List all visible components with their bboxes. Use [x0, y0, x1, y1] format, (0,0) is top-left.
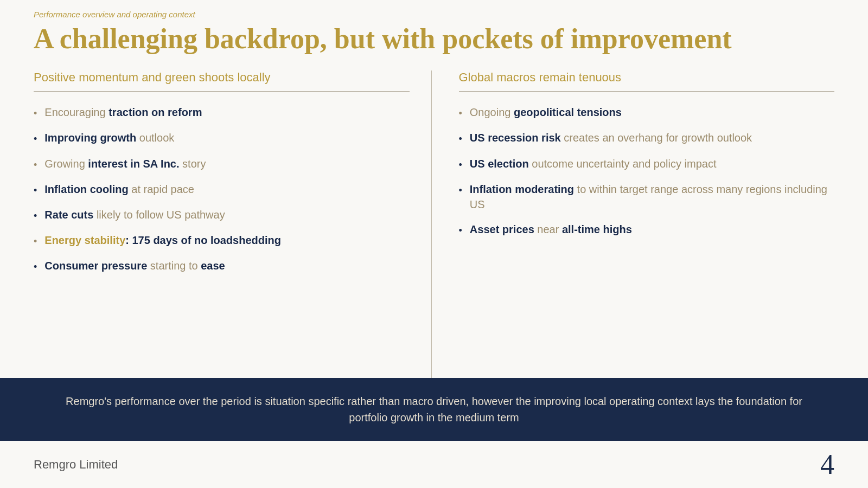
footer-banner: Remgro's performance over the period is …: [0, 378, 868, 441]
list-item: • Encouraging traction on reform: [34, 105, 410, 120]
item-text: Energy stability: 175 days of no loadshe…: [44, 233, 409, 248]
bold-text: Consumer pressure: [44, 260, 147, 272]
list-item: • US election outcome uncertainty and po…: [459, 156, 835, 172]
right-divider: [459, 91, 835, 92]
list-item: • Asset prices near all-time highs: [459, 222, 835, 237]
list-item: • Growing interest in SA Inc. story: [34, 156, 410, 172]
bullet-dot: •: [459, 184, 462, 197]
bold-text: interest in SA Inc.: [88, 158, 179, 170]
bold-text: Inflation cooling: [44, 183, 128, 195]
item-text: Rate cuts likely to follow US pathway: [44, 207, 409, 222]
bold-text: Energy stability: [44, 234, 125, 246]
list-item: • Consumer pressure starting to ease: [34, 258, 410, 274]
breadcrumb: Performance overview and operating conte…: [34, 10, 834, 19]
list-item: • US recession risk creates an overhang …: [459, 130, 835, 146]
item-text: Inflation cooling at rapid pace: [44, 182, 409, 197]
item-text: Inflation moderating to within target ra…: [470, 182, 834, 212]
list-item: • Rate cuts likely to follow US pathway: [34, 207, 410, 223]
footer-text: Remgro's performance over the period is …: [66, 395, 802, 423]
bold-text: US recession risk: [470, 132, 561, 144]
bold-text: geopolitical tensions: [514, 106, 622, 118]
item-text: US recession risk creates an overhang fo…: [470, 130, 834, 145]
bullet-dot: •: [34, 132, 37, 146]
item-text: Ongoing geopolitical tensions: [470, 105, 834, 120]
bold-text: : 175 days of no loadshedding: [125, 234, 281, 246]
slide: Performance overview and operating conte…: [0, 0, 868, 488]
content-area: Positive momentum and green shoots local…: [0, 70, 868, 378]
list-item: • Energy stability: 175 days of no loads…: [34, 233, 410, 248]
left-column-header: Positive momentum and green shoots local…: [34, 70, 410, 85]
bullet-dot: •: [34, 235, 37, 248]
bullet-dot: •: [34, 209, 37, 223]
company-brand: Remgro: [34, 458, 76, 471]
right-column: Global macros remain tenuous • Ongoing g…: [432, 70, 835, 378]
left-bullet-list: • Encouraging traction on reform • Impro…: [34, 105, 410, 274]
bullet-dot: •: [34, 158, 37, 172]
page-number: 4: [820, 448, 834, 480]
bold-text: traction on reform: [108, 106, 202, 118]
right-bullet-list: • Ongoing geopolitical tensions • US rec…: [459, 105, 835, 237]
bold-text: Improving growth: [44, 132, 136, 144]
bottom-bar: Remgro Limited 4: [0, 441, 868, 488]
bullet-dot: •: [459, 107, 462, 120]
left-divider: [34, 91, 410, 92]
bold-text: all-time highs: [562, 223, 632, 235]
item-text: Improving growth outlook: [44, 130, 409, 145]
bold-text: Rate cuts: [44, 209, 93, 221]
bullet-dot: •: [34, 107, 37, 120]
main-title: A challenging backdrop, but with pockets…: [34, 23, 834, 54]
list-item: • Inflation moderating to within target …: [459, 182, 835, 212]
top-section: Performance overview and operating conte…: [0, 0, 868, 70]
list-item: • Ongoing geopolitical tensions: [459, 105, 835, 120]
bold-text: Asset prices: [470, 223, 534, 235]
bold-text: Inflation moderating: [470, 183, 574, 195]
company-name: Remgro Limited: [34, 458, 118, 472]
bold-text: US election: [470, 158, 529, 170]
list-item: • Improving growth outlook: [34, 130, 410, 146]
bullet-dot: •: [459, 132, 462, 146]
bullet-dot: •: [34, 184, 37, 197]
item-text: Asset prices near all-time highs: [470, 222, 834, 237]
item-text: Encouraging traction on reform: [44, 105, 409, 120]
company-suffix: Limited: [76, 458, 118, 471]
item-text: Consumer pressure starting to ease: [44, 258, 409, 273]
right-column-header: Global macros remain tenuous: [459, 70, 835, 85]
bold-text: ease: [201, 260, 225, 272]
bullet-dot: •: [34, 260, 37, 274]
bullet-dot: •: [459, 158, 462, 172]
item-text: US election outcome uncertainty and poli…: [470, 156, 834, 171]
bullet-dot: •: [459, 224, 462, 237]
left-column: Positive momentum and green shoots local…: [34, 70, 432, 378]
item-text: Growing interest in SA Inc. story: [44, 156, 409, 171]
list-item: • Inflation cooling at rapid pace: [34, 182, 410, 197]
